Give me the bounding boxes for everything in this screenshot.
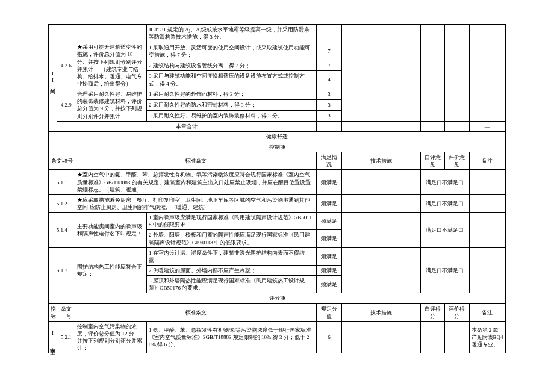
clause-429-item2: 2 采用耐久性好的防水和密封材料，得 3 分； [147, 99, 317, 110]
c512-no: 5.1.2 [49, 194, 75, 212]
hdr2-eval: 评价得分 [445, 303, 469, 321]
s521-score: 6 [316, 321, 341, 353]
section-health: 健康舒适 [49, 131, 506, 142]
c511-satisfy: 须满足 [316, 170, 341, 194]
remark-429 [469, 89, 505, 122]
clause-left-429: 合理采用耐久性好、易维护的装饰装修建筑材料，评价总分值为 9 分，并按下列规则分… [75, 89, 147, 122]
c517-left: 围护结构热工性能应符合下规定： [75, 247, 147, 293]
c517-no: S.1.7 [49, 247, 75, 293]
c517-i1-sat: 须满足 [316, 247, 341, 265]
c511-pass: 满足口不满足口 [421, 170, 470, 194]
c514-left: 主要功能房间室内的噪声级和隔声性电付名下叫规定： [75, 213, 147, 248]
hdr-eval: 评价意见 [445, 152, 469, 170]
self-426 [421, 42, 445, 89]
cell-blank [469, 25, 505, 42]
s521-left: 控制室内空气污染物的浓度，评价总分值为 12 分，并按下列规则分别评分并累计： [75, 321, 147, 353]
eval-426 [445, 42, 469, 89]
clause-429-item3: 3 采用耐久性好、易维护的室内装饰装修材料，得 3 分。 [147, 110, 317, 121]
hdr-measure: 技术措施 [342, 152, 421, 170]
c512-satisfy: 须满足 [316, 194, 341, 212]
cell-blank [342, 25, 421, 42]
chapter-total-v1 [316, 121, 341, 131]
chapter-total-v3 [421, 121, 445, 131]
s521-text: 1 氨、甲醛、苯、总挥发性有机物/氡等污染物浓度低于现行国家标准《室内空气质量标… [147, 321, 317, 353]
hdr-clause: 标准条文 [75, 152, 317, 170]
clause-426-item3-score: 4 [316, 71, 341, 89]
measure-426 [342, 42, 421, 89]
section-control: 控制项 [49, 142, 506, 152]
cell-blank [75, 25, 147, 42]
clause-426-item3: 3 采用与建筑功能和空间变换相适应的设备设施布置方式或控制方式，得 4 分。 [147, 71, 317, 89]
c517-i1: 1 在室内设计温、湿度条件下，建筑非透光围护结构内表面不得结露； [147, 247, 317, 265]
c514-remark [469, 213, 505, 248]
chapter-total-label: 本章合计 [57, 121, 317, 131]
c517-i3: 3 屋顶和外墙隔热性能应满足现行国家标准《民用建筑热工设计规范》GB50176 … [147, 276, 317, 293]
c514-i2: 2 外墙、阳墙、楼板和门窗的隔声性能应满足现行国家标准《民用建筑隔声设计规范》G… [147, 230, 317, 247]
clause-429-item1: 1 采用耐久性好的外饰面材料，得 3 分； [147, 89, 317, 100]
c511-measure [342, 170, 421, 194]
jgj-text: JGJ'331 规定的 Aj、A,级或按水平地霸等级提高一级，并采用防滑条等防滑… [147, 25, 317, 42]
self-429 [421, 89, 445, 122]
hdr2-self: 自评得分 [421, 303, 445, 321]
cell-blank [316, 25, 341, 42]
c517-i3-sat: 须满足 [316, 276, 341, 293]
c514-pass: 满足口不满足口 [421, 213, 470, 248]
c511-no: 5.1.1 [49, 170, 75, 194]
cell-blank [445, 25, 469, 42]
clause-429-item2-score: 3 [316, 99, 341, 110]
hdr2-measure: 技术措施 [342, 303, 421, 321]
clause-429-item1-score: 3 [316, 89, 341, 100]
clause-429-item3-score: 3 [316, 110, 341, 121]
c517-remark [469, 247, 505, 293]
c517-measure [342, 247, 421, 293]
clause-426-item2-score: 7 [316, 60, 341, 71]
c514-measure [342, 213, 421, 248]
measure-429 [342, 89, 421, 122]
chapter-total-dash: — [469, 121, 505, 131]
hdr2-remark: 备注 [469, 303, 505, 321]
c517-pass: 满足口不满足口 [421, 247, 470, 293]
c512-text: ★应采取措施避免厨房、餐厅、打印复印室、卫生间、地下车库等区域的空气和污染物串通… [75, 194, 317, 212]
s521-no: 5.2.1 [57, 321, 75, 353]
c514-i1-sat: 须满足 [316, 213, 341, 230]
cell-blank [421, 25, 445, 42]
clause-426-item1-score: 7 [316, 42, 341, 60]
c512-pass: 满足口不满足口 [421, 194, 470, 212]
c517-i2-sat: 须满足 [316, 265, 341, 275]
eval-429 [445, 89, 469, 122]
chapter-total-v4 [445, 121, 469, 131]
cell-blank [57, 25, 75, 42]
clause-left-426: ★采用可提升建筑适变性的措施，评价总分值为 18 分。并按下列规则分别评分并累计… [75, 42, 147, 89]
c514-no: 5.1.4 [49, 213, 75, 248]
s521-measure [342, 321, 421, 353]
c517-i2: 2 供暖建筑的屋面、外墙内部不应产生冷凝； [147, 265, 317, 275]
hdr2-ind: 指标 [49, 303, 57, 321]
hdr2-max: 规定分值 [316, 303, 341, 321]
hdr2-clause: 标准条文 [75, 303, 317, 321]
hdr-remark: 备注 [469, 152, 505, 170]
side-label-indoor: I 室内空 [49, 321, 57, 353]
s521-remark: 本条第 2 款详见附表BQ4 暖通专业。 [469, 321, 505, 353]
chapter-total-v2 [342, 121, 421, 131]
remark-426 [469, 42, 505, 89]
side-label-durability: II耐久 [49, 25, 57, 132]
hdr-self: 自评意见 [421, 152, 445, 170]
s521-self [421, 321, 445, 353]
clause-426-item2: 2 建筑结构与建筑设备管线分离，得 7 分； [147, 60, 317, 71]
c512-remark [469, 194, 505, 212]
c512-measure [342, 194, 421, 212]
c511-remark [469, 170, 505, 194]
hdr-no: 条文«8号 [49, 152, 75, 170]
clause-426-item1: 1 采取通用开放、灵活可变的使用空间设计，或采取建筑使用功能可变措施，得 7 分… [147, 42, 317, 60]
clause-no-429: 4.2.9 [57, 89, 75, 122]
c514-i1: 1 室内噪声级应满足现行国家标准《民用建筑隔声设计规范》GB50118 中的低限… [147, 213, 317, 230]
s521-eval [445, 321, 469, 353]
clause-no-426: 4.2.6 [57, 42, 75, 89]
section-score: 评分项 [49, 293, 506, 303]
hdr-satisfy: 满足情况 [316, 152, 341, 170]
c511-text: ★室内空气中的氨、甲醛、苯、总挥发性有机物、氡等污染物浓度应符合现行国家标准《室… [75, 170, 317, 194]
hdr2-no: 条文一号 [57, 303, 75, 321]
c514-i2-sat: 须满足 [316, 230, 341, 247]
